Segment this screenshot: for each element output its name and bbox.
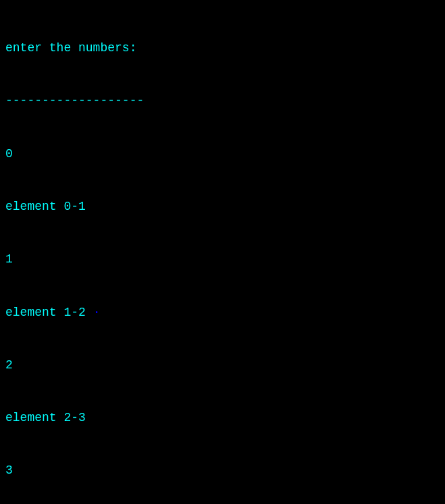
line-2: 2 [5, 356, 440, 374]
line-elem23: element 2-3 [5, 409, 440, 426]
line-0: 0 [5, 145, 440, 163]
line-elem01: element 0-1 [5, 198, 440, 215]
line-1: 1 [5, 250, 440, 268]
blue-dot: · [86, 306, 101, 319]
line-elem12: element 1-2 · [5, 304, 440, 321]
line-separator: ------------------- [5, 92, 440, 109]
line-prompt: enter the numbers: [5, 39, 440, 57]
terminal-output: enter the numbers: ------------------- 0… [5, 4, 440, 504]
line-3: 3 [5, 461, 440, 479]
elem12-text: element 1-2 [5, 306, 86, 319]
